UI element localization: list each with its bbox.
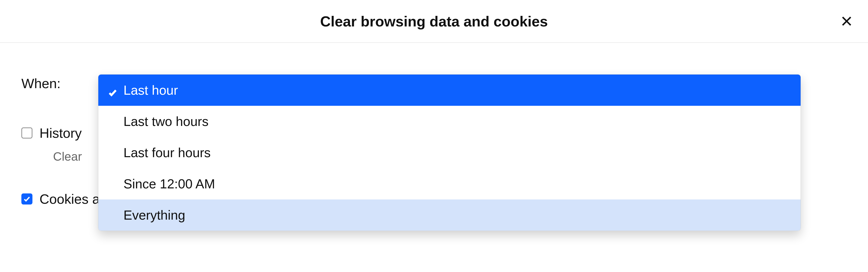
dropdown-option-last-hour[interactable]: Last hour — [98, 75, 801, 106]
dialog-header: Clear browsing data and cookies — [0, 0, 868, 43]
close-icon — [841, 15, 852, 27]
when-dropdown[interactable]: Last hour Last two hours Last four hours… — [98, 74, 801, 231]
close-button[interactable] — [839, 13, 854, 29]
dropdown-option-everything[interactable]: Everything — [98, 199, 801, 231]
history-label: History — [39, 125, 82, 141]
cookies-checkbox[interactable] — [21, 193, 32, 205]
check-icon — [23, 195, 31, 203]
dropdown-option-since-midnight[interactable]: Since 12:00 AM — [98, 168, 801, 199]
dropdown-option-label: Everything — [123, 208, 185, 223]
dialog-title: Clear browsing data and cookies — [320, 13, 548, 30]
dropdown-option-label: Last two hours — [123, 114, 209, 129]
dropdown-option-label: Last hour — [123, 83, 178, 98]
checkmark-icon — [108, 85, 117, 95]
dropdown-option-last-four-hours[interactable]: Last four hours — [98, 137, 801, 168]
history-checkbox[interactable] — [21, 128, 32, 138]
when-label: When: — [21, 76, 61, 91]
dropdown-option-label: Last four hours — [123, 145, 211, 160]
dropdown-option-last-two-hours[interactable]: Last two hours — [98, 106, 801, 137]
dropdown-option-label: Since 12:00 AM — [123, 176, 215, 191]
